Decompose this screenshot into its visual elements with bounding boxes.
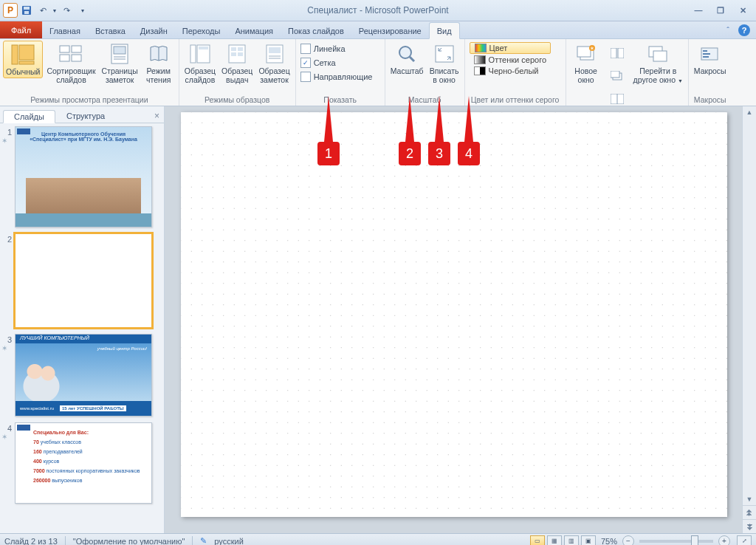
file-tab[interactable]: Файл <box>0 21 42 38</box>
svg-rect-37 <box>611 71 619 78</box>
tab-design[interactable]: Дизайн <box>133 23 175 38</box>
zoom-out-button[interactable]: − <box>622 535 634 546</box>
redo-button[interactable]: ↷ <box>59 3 74 18</box>
slide-editor[interactable]: ▲ ▼ ⯭ ⯯ 1 2 3 4 <box>165 106 756 533</box>
slide-master-button[interactable]: Образец слайдов <box>182 41 218 86</box>
annotation-3: 3 <box>428 142 450 165</box>
spellcheck-icon[interactable]: ✎ <box>200 536 207 545</box>
slide-thumbnail-2[interactable] <box>15 233 152 328</box>
annotation-4: 4 <box>458 142 480 165</box>
svg-point-27 <box>399 47 411 58</box>
language-indicator[interactable]: русский <box>214 537 243 546</box>
ruler-checkbox[interactable]: Линейка <box>300 42 373 55</box>
svg-rect-21 <box>231 52 236 56</box>
minimize-ribbon-button[interactable]: ˆ <box>722 24 734 36</box>
scroll-up[interactable]: ▲ <box>743 106 756 118</box>
tab-view[interactable]: Вид <box>429 22 460 39</box>
close-button[interactable]: ✕ <box>735 4 750 16</box>
panel-close-button[interactable]: × <box>150 109 164 123</box>
panel-tabs: Слайды Структура × <box>0 106 164 123</box>
slide-thumbnail-1[interactable]: Центр Компьютерного Обучения«Специалист»… <box>15 126 152 227</box>
slide-thumbnail-4[interactable]: Специально для Вас: 70 учебных классов 1… <box>15 422 152 504</box>
slide-sorter-button[interactable]: Сортировщик слайдов <box>44 41 97 86</box>
save-button[interactable] <box>19 3 34 18</box>
group-color-grayscale: Цвет Оттенки серого Черно-белый Цвет или… <box>465 39 566 106</box>
slide-number: 4 <box>1 422 12 433</box>
group-label: Режимы образцов <box>182 94 292 106</box>
switch-windows-button[interactable]: Перейти в другое окно ▼ <box>631 41 685 87</box>
group-show: Линейка ✓Сетка Направляющие Показать <box>296 39 385 106</box>
svg-rect-19 <box>231 47 236 51</box>
next-slide-button[interactable]: ⯯ <box>743 519 756 533</box>
cascade-button[interactable] <box>606 65 628 87</box>
slideshow-view-btn[interactable]: ▣ <box>581 535 596 546</box>
zoom-level[interactable]: 75% <box>601 537 617 546</box>
slide-number: 1 <box>1 126 12 137</box>
svg-rect-15 <box>190 45 196 63</box>
fit-button[interactable]: ⤢ <box>737 535 752 546</box>
notes-page-button[interactable]: Страницы заметок <box>99 41 140 86</box>
svg-rect-44 <box>703 53 710 55</box>
tab-home[interactable]: Главная <box>42 23 88 38</box>
macros-button[interactable]: Макросы <box>692 41 729 77</box>
slide-canvas[interactable] <box>181 112 727 517</box>
outline-tab[interactable]: Структура <box>55 109 116 123</box>
reading-view-button[interactable]: Режим чтения <box>142 41 176 86</box>
zoom-slider[interactable] <box>639 540 713 543</box>
svg-rect-41 <box>653 51 667 61</box>
reading-view-btn[interactable]: ▥ <box>564 535 579 546</box>
svg-rect-45 <box>703 56 709 58</box>
tab-animation[interactable]: Анимация <box>227 23 281 38</box>
animation-icon: ✶ <box>1 344 12 352</box>
grayscale-button[interactable]: Оттенки серого <box>470 55 551 65</box>
minimize-button[interactable]: ― <box>691 4 706 16</box>
qat-customize[interactable]: ▾ <box>75 3 90 18</box>
window-title: Специалист - Microsoft PowerPoint <box>0 5 756 16</box>
svg-rect-43 <box>703 50 707 52</box>
new-window-button[interactable]: ✶Новое окно <box>569 41 603 86</box>
undo-button[interactable]: ↶ <box>35 3 50 18</box>
zoom-button[interactable]: Масштаб <box>388 41 426 77</box>
group-zoom: Масштаб Вписать в окно Масштаб <box>385 39 465 106</box>
title-bar: P ↶ ▼ ↷ ▾ Специалист - Microsoft PowerPo… <box>0 0 756 21</box>
arrange-all-button[interactable] <box>606 42 628 64</box>
sorter-view-btn[interactable]: ▦ <box>547 535 562 546</box>
restore-button[interactable]: ❐ <box>713 4 728 16</box>
animation-icon: ✶ <box>1 137 12 145</box>
black-white-button[interactable]: Черно-белый <box>470 66 551 76</box>
zoom-in-button[interactable]: + <box>718 535 730 546</box>
guides-checkbox[interactable]: Направляющие <box>300 70 373 83</box>
svg-rect-5 <box>19 61 34 64</box>
color-button[interactable]: Цвет <box>470 42 551 54</box>
slides-tab[interactable]: Слайды <box>3 110 55 123</box>
vertical-scrollbar[interactable]: ▲ ▼ ⯭ ⯯ <box>742 106 756 533</box>
workspace: Слайды Структура × 1✶ Центр Компьютерног… <box>0 106 756 533</box>
group-window: ✶Новое окно Перейти в другое окно ▼ Окно <box>566 39 689 106</box>
annotation-2: 2 <box>399 142 421 165</box>
tab-insert[interactable]: Вставка <box>88 23 133 38</box>
svg-text:✶: ✶ <box>590 46 594 51</box>
prev-slide-button[interactable]: ⯭ <box>743 505 756 519</box>
svg-rect-6 <box>60 46 69 52</box>
group-label: Масштаб <box>388 94 461 106</box>
normal-view-button[interactable]: Обычный <box>3 41 43 78</box>
normal-view-btn[interactable]: ▭ <box>530 535 545 546</box>
scroll-down[interactable]: ▼ <box>743 493 756 505</box>
ribbon: Обычный Сортировщик слайдов Страницы зам… <box>0 39 756 106</box>
tab-transitions[interactable]: Переходы <box>175 23 228 38</box>
undo-dropdown[interactable]: ▼ <box>52 3 58 18</box>
svg-rect-2 <box>24 11 29 14</box>
group-label: Режимы просмотра презентации <box>3 94 176 106</box>
slide-indicator: Слайд 2 из 13 <box>4 537 58 546</box>
gridlines-checkbox[interactable]: ✓Сетка <box>300 56 373 69</box>
handout-master-button[interactable]: Образец выдач <box>219 41 255 86</box>
slide-number: 3 <box>1 334 12 344</box>
tab-review[interactable]: Рецензирование <box>351 23 429 38</box>
svg-rect-8 <box>60 55 69 61</box>
notes-master-button[interactable]: Образец заметок <box>256 41 292 86</box>
slide-thumbnail-3[interactable]: ЛУЧШИЙ КОМПЬЮТЕРНЫЙ учебный центр России… <box>15 334 152 417</box>
tab-slideshow[interactable]: Показ слайдов <box>281 23 351 38</box>
help-button[interactable]: ? <box>738 24 750 36</box>
fit-to-window-button[interactable]: Вписать в окно <box>427 41 461 86</box>
svg-rect-35 <box>618 48 624 58</box>
